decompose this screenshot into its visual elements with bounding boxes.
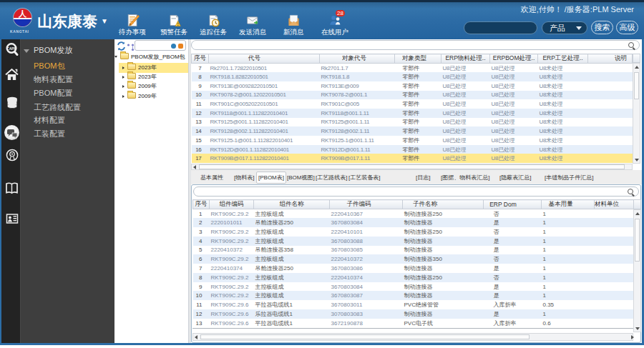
svg-text:CAPP: CAPP <box>6 46 17 51</box>
